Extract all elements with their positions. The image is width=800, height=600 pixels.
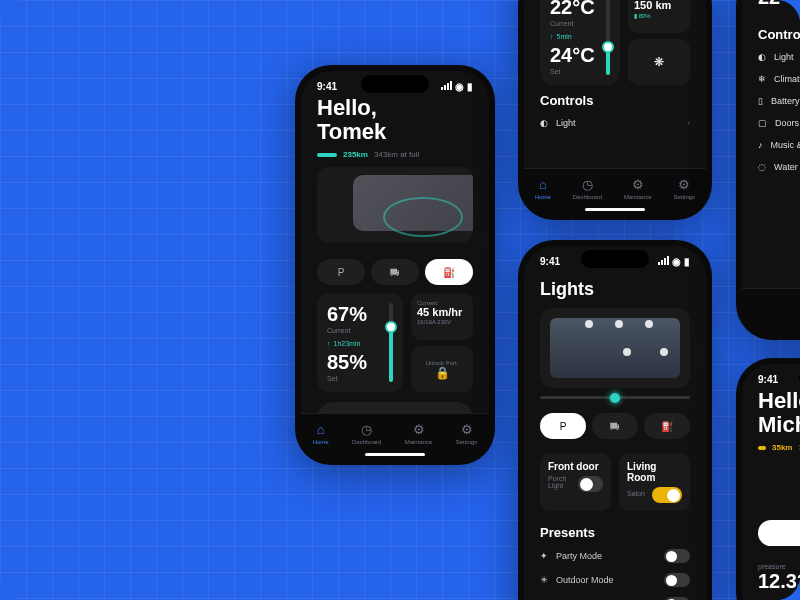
lights-slider[interactable]: [540, 396, 690, 399]
phone-controls-list: 22°C Controls ◐Light ❄Climate ▯Battery ▢…: [736, 0, 800, 340]
front-door-card[interactable]: Front door Porch Light: [540, 453, 611, 511]
tab-dashboard[interactable]: ◷Dashboard: [573, 177, 602, 200]
temp-set: 24°C: [550, 44, 610, 67]
charge-slider[interactable]: [389, 303, 393, 382]
current-sub: 16/16A 230V: [417, 319, 467, 325]
control-doors[interactable]: ▢Doors &: [742, 112, 800, 134]
gear-icon: ⚙: [461, 422, 473, 437]
climate-icon: ❄: [758, 74, 766, 84]
preset-outdoor-toggle[interactable]: [664, 573, 690, 587]
living-room-title: Living Room: [627, 461, 682, 483]
control-light-label: Light: [774, 52, 794, 62]
control-water[interactable]: ◌Water L: [742, 156, 800, 178]
charge-set: 85%: [327, 351, 393, 374]
tab-settings[interactable]: ⚙Settings: [673, 177, 695, 200]
preset-party[interactable]: ✦Party Mode: [524, 544, 706, 568]
tab-maintance[interactable]: ⚙Maintance: [624, 177, 652, 200]
preset-outdoor-label: Outdoor Mode: [556, 575, 614, 585]
control-light[interactable]: ◐Light: [742, 46, 800, 68]
current-card: Current: 45 km/hr 16/16A 230V: [411, 293, 473, 340]
temp-time: 5min: [557, 33, 572, 40]
lights-title: Lights: [524, 271, 706, 304]
wrench-icon: ⚙: [413, 422, 425, 437]
mode-park[interactable]: P: [758, 520, 800, 546]
mode-vehicle[interactable]: ⛟: [592, 413, 638, 439]
fan-card[interactable]: ❋: [628, 39, 690, 86]
mode-vehicle[interactable]: ⛟: [371, 259, 419, 285]
control-climate[interactable]: ❄Climate: [742, 68, 800, 90]
range-full: 343km at full: [374, 150, 419, 159]
tab-bar: ⌂Home ◷Dashboard ⚙Maintance ⚙Settings: [301, 413, 489, 459]
bulb-icon: ◐: [758, 52, 766, 62]
preset-outdoor[interactable]: ☀Outdoor Mode: [524, 568, 706, 592]
tab-home-label: Home: [535, 194, 551, 200]
unlock-port-card[interactable]: Unlock Port: 🔒: [411, 346, 473, 393]
living-room-toggle[interactable]: [652, 487, 682, 503]
temp-slider[interactable]: [606, 0, 610, 75]
vehicle-lights-image[interactable]: [540, 308, 690, 388]
wifi-icon: ◉: [672, 256, 681, 267]
wifi-icon: ◉: [455, 81, 464, 92]
range-value: 235km: [343, 150, 368, 159]
charge-current-label: Current: [327, 327, 393, 334]
status-bar: 9:41: [742, 364, 800, 389]
mode-fuel[interactable]: ⛽: [644, 413, 690, 439]
tab-settings-label: Settings: [456, 439, 478, 445]
temp-current-label: Current: [550, 20, 610, 27]
living-room-card[interactable]: Living Room Salon: [619, 453, 690, 511]
sun-icon: ☀: [540, 575, 548, 585]
preset-sleep[interactable]: ☾Sleep Mode: [524, 592, 706, 600]
tab-settings[interactable]: ⚙Settings: [456, 422, 478, 445]
tab-dashboard[interactable]: ◷Dashboard: [352, 422, 381, 445]
front-door-sub: Porch Light: [548, 475, 578, 489]
control-water-label: Water L: [774, 162, 800, 172]
pressure-value: 12.32: [758, 570, 800, 593]
status-time: 9:41: [317, 81, 337, 92]
distance-value: 150 km: [634, 0, 684, 11]
living-room-sub: Salon: [627, 490, 645, 497]
mode-park[interactable]: P: [317, 259, 365, 285]
control-doors-label: Doors &: [775, 118, 800, 128]
control-battery[interactable]: ▯Battery: [742, 90, 800, 112]
notch: [361, 75, 429, 93]
status-time: 9:41: [540, 256, 560, 267]
greeting-name: Tomek: [317, 120, 473, 144]
water-icon: ◌: [758, 162, 766, 172]
greeting-name: Michał: [758, 413, 800, 437]
tab-maintance[interactable]: ⚙Maintance: [405, 422, 433, 445]
presents-title: Presents: [524, 517, 706, 544]
control-light[interactable]: ◐Light ›: [524, 112, 706, 134]
tab-dashboard-label: Dashboard: [352, 439, 381, 445]
control-music[interactable]: ♪Music &: [742, 134, 800, 156]
charge-card[interactable]: 67% Current ↑1h23min 85% Set: [317, 293, 403, 392]
front-door-toggle[interactable]: [578, 476, 603, 492]
temp-card[interactable]: 22°C Current ↑5min 24°C Set: [540, 0, 620, 85]
gauge-icon: ◷: [582, 177, 593, 192]
tab-home[interactable]: ⌂Home: [535, 177, 551, 200]
car-icon: ⛟: [610, 421, 620, 432]
greeting-hello: Hello,: [758, 389, 800, 413]
status-time: 9:41: [758, 374, 778, 385]
preset-party-toggle[interactable]: [664, 549, 690, 563]
control-light-label: Light: [556, 118, 576, 128]
tab-home[interactable]: ⌂Home: [313, 422, 329, 445]
mode-park[interactable]: P: [540, 413, 586, 439]
temp-set-label: Set: [550, 68, 610, 75]
charge-set-label: Set: [327, 375, 393, 382]
temp-current: 22°C: [550, 0, 610, 19]
home-indicator: [585, 208, 645, 211]
arrow-up-icon: ↑: [327, 340, 331, 347]
charge-current: 67%: [327, 303, 393, 326]
distance-batt: ▮ 80%: [634, 12, 684, 19]
control-climate-label: Climate: [774, 74, 800, 84]
range-value: 35km: [772, 443, 792, 452]
tab-bar: ⌂Home ◷Dashboard ⚙Maintance ⚙Settings: [524, 168, 706, 214]
tab-settings-label: Settings: [673, 194, 695, 200]
preset-party-label: Party Mode: [556, 551, 602, 561]
gear-icon: ⚙: [678, 177, 690, 192]
controls-title: Controls: [524, 85, 706, 112]
mode-fuel[interactable]: ⛽: [425, 259, 473, 285]
music-icon: ♪: [758, 140, 763, 150]
control-music-label: Music &: [771, 140, 801, 150]
phone-climate: 22°C Current ↑5min 24°C Set Max distance…: [518, 0, 712, 220]
